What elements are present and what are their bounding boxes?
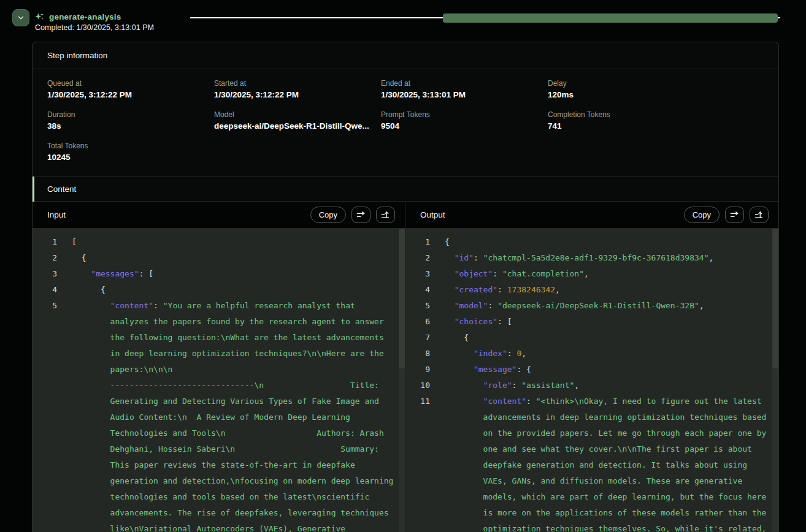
line-number: 11: [405, 397, 430, 406]
code-line: 3 "messages": [: [33, 265, 405, 281]
line-number: 1: [33, 237, 57, 246]
step-field: Queued at1/30/2025, 3:12:22 PM: [47, 79, 214, 99]
input-code-viewer: 1[2 {3 "messages": [4 {5 "content": "You…: [33, 229, 405, 532]
step-information-header: Step information: [33, 42, 778, 69]
code-text: VAEs, GANs, and diffusion models. These …: [445, 476, 742, 485]
code-line: advancements. The rise of deepfakes, lev…: [33, 504, 405, 520]
code-line: This paper reviews the state-of-the-art …: [33, 457, 405, 473]
step-field: Ended at1/30/2025, 3:13:01 PM: [381, 79, 548, 99]
code-line: ------------------------------\n Title:: [33, 377, 405, 393]
line-number: 3: [33, 269, 57, 278]
code-text: Technologies and Tools\n Authors: Arash: [72, 428, 384, 438]
code-line: papers:\n\n\n: [33, 361, 405, 377]
step-field-value: 10245: [47, 153, 214, 162]
step-field-label: Queued at: [47, 79, 214, 88]
code-text: "index": 0,: [445, 349, 526, 358]
output-scrollbar[interactable]: [772, 229, 778, 532]
input-expand-button[interactable]: [376, 207, 395, 223]
code-line: Technologies and Tools\n Authors: Arash: [33, 425, 405, 441]
code-line: Generating and Detecting Various Types o…: [33, 393, 405, 409]
step-info-grid: Queued at1/30/2025, 3:12:22 PMStarted at…: [33, 69, 778, 177]
expand-up-icon: [754, 211, 764, 219]
step-field: Modeldeepseek-ai/DeepSeek-R1-Distill-Qwe…: [214, 110, 381, 131]
input-scrollbar-thumb[interactable]: [399, 229, 405, 368]
code-line: 3 "object": "chat.completion",: [405, 265, 778, 281]
code-text: Generating and Detecting Various Types o…: [72, 397, 379, 406]
code-line: 5 "model": "deepseek-ai/DeepSeek-R1-Dist…: [405, 297, 778, 313]
input-scrollbar[interactable]: [399, 229, 405, 532]
output-code-viewer: 1{2 "id": "chatcmpl-5a5d2e8e-adf1-9329-b…: [405, 229, 778, 532]
code-text: the following question:\nWhat are the la…: [72, 333, 384, 342]
step-field-label: Model: [214, 110, 381, 119]
code-text: advancements in deep learning optimizati…: [445, 412, 766, 422]
code-text: technologies and tools based on the late…: [72, 492, 369, 501]
code-text: "created": 1738246342,: [445, 285, 560, 294]
output-panel-title: Output: [420, 210, 445, 219]
step-field-label: Prompt Tokens: [381, 110, 548, 119]
code-text: Audio Content:\n A Review of Modern Deep…: [72, 412, 350, 422]
line-number: 3: [405, 269, 430, 278]
chevron-down-icon: [17, 13, 25, 22]
code-text: ------------------------------\n Title:: [72, 381, 379, 390]
code-line: generation and detection,\nfocusing on m…: [33, 473, 405, 488]
step-field: Prompt Tokens9504: [381, 110, 548, 131]
input-copy-button[interactable]: Copy: [310, 207, 346, 223]
content-section-header[interactable]: Content: [33, 177, 778, 202]
step-name-title: generate-analysis: [49, 12, 121, 21]
input-wrap-text-button[interactable]: [351, 207, 370, 223]
code-line: 11 "content": "<think>\nOkay, I need to …: [405, 393, 778, 409]
code-line: deepfake generation and detection. It ta…: [405, 457, 778, 473]
code-line: optimization techniques themselves. So, …: [405, 520, 778, 532]
line-number: 4: [33, 285, 57, 294]
code-line: the following question:\nWhat are the la…: [33, 329, 405, 345]
completed-timestamp: Completed: 1/30/2025, 3:13:01 PM: [35, 23, 154, 32]
wrap-text-icon: [356, 211, 366, 219]
input-panel-title: Input: [47, 210, 66, 219]
sparkles-icon: [34, 12, 45, 22]
step-field-label: Started at: [214, 79, 381, 88]
step-detail-card: Step information Queued at1/30/2025, 3:1…: [32, 42, 779, 532]
code-line: Dehghani, Hossein Saberi\n Summary:: [33, 441, 405, 457]
line-number: 6: [405, 317, 430, 326]
line-number: 2: [33, 253, 57, 262]
line-number: 4: [405, 285, 430, 294]
code-line: advancements in deep learning optimizati…: [405, 409, 778, 425]
code-text: {: [445, 333, 469, 342]
output-expand-button[interactable]: [750, 207, 769, 223]
code-line: is more on the applications of these mod…: [405, 504, 778, 520]
output-scrollbar-thumb[interactable]: [772, 229, 778, 368]
code-text: This paper reviews the state-of-the-art …: [72, 460, 355, 469]
code-text: "choices": [: [445, 317, 512, 326]
code-line: technologies and tools based on the late…: [33, 488, 405, 504]
code-text: "object": "chat.completion",: [445, 269, 589, 278]
code-text: "message": {: [445, 365, 531, 374]
collapse-step-button[interactable]: [12, 9, 29, 26]
content-title: Content: [47, 184, 76, 194]
code-panel-input: 1[2 {3 "messages": [4 {5 "content": "You…: [33, 229, 405, 532]
code-text: "messages": [: [72, 269, 153, 278]
code-text: papers:\n\n\n: [72, 365, 172, 374]
line-number: 10: [405, 381, 430, 390]
code-line: 7 {: [405, 329, 778, 345]
step-field-label: Delay: [548, 79, 764, 88]
code-panel-output: 1{2 "id": "chatcmpl-5a5d2e8e-adf1-9329-b…: [405, 229, 778, 532]
code-text: is more on the applications of these mod…: [445, 508, 766, 517]
code-text: one and see what they cover.\n\nThe firs…: [445, 444, 752, 454]
step-field-value: 120ms: [548, 90, 764, 99]
code-line: on the provided papers. Let me go throug…: [405, 425, 778, 441]
code-text: "role": "assistant",: [445, 381, 579, 390]
code-line: 5 "content": "You are a helpful research…: [33, 297, 405, 313]
code-line: VAEs, GANs, and diffusion models. These …: [405, 473, 778, 488]
run-header: generate-analysis Completed: 1/30/2025, …: [0, 0, 806, 42]
io-panels: 1[2 {3 "messages": [4 {5 "content": "You…: [33, 229, 778, 532]
line-number: 1: [405, 237, 430, 246]
output-wrap-text-button[interactable]: [725, 207, 744, 223]
step-field: Duration38s: [47, 110, 214, 131]
output-copy-button[interactable]: Copy: [684, 207, 720, 223]
line-number: 2: [405, 253, 430, 262]
timeline-duration-bar[interactable]: [443, 13, 778, 23]
step-field-label: Duration: [47, 110, 214, 119]
code-line: 6 "choices": [: [405, 313, 778, 329]
code-line: 2 "id": "chatcmpl-5a5d2e8e-adf1-9329-bf9…: [405, 249, 778, 265]
code-text: models, which are part of deep learning,…: [445, 492, 766, 501]
